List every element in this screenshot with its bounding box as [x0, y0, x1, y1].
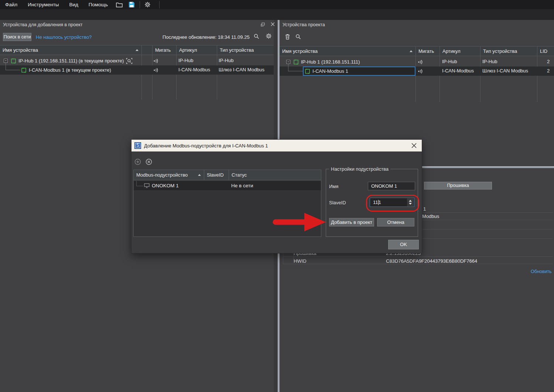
right-col-article[interactable]: Артикул: [440, 46, 480, 56]
property-label: HWID: [294, 258, 307, 264]
sort-asc-icon: [410, 50, 413, 52]
left-col-spacer: [142, 45, 152, 55]
dialog-close-icon[interactable]: [411, 143, 417, 148]
type-cell: IP-Hub: [219, 58, 233, 63]
dlg-col-status[interactable]: Статус: [229, 170, 321, 180]
open-folder-icon[interactable]: [113, 0, 126, 9]
dlg-col-device[interactable]: Modbus-подустройство: [133, 170, 204, 180]
firmware-button[interactable]: Прошивка: [424, 182, 492, 190]
menu-file[interactable]: Файл: [0, 0, 23, 9]
annotation-arrow: [273, 210, 328, 234]
dlg-col-device-label: Modbus-подустройство: [136, 172, 188, 178]
ok-label: OK: [400, 242, 407, 247]
right-col-name[interactable]: Имя устройства: [280, 46, 416, 56]
type-cell: IP-Hub: [482, 59, 497, 64]
dialog-title: Добавление Modbus-подустройств для I-CAN…: [144, 143, 268, 149]
collapse-icon[interactable]: [4, 59, 8, 63]
article-cell: IP-Hub: [442, 59, 457, 64]
tree-line-h: [6, 70, 20, 70]
sort-asc-icon: [198, 174, 201, 176]
cancel-label: Отмена: [387, 219, 404, 225]
tree-line-v: [136, 181, 137, 186]
close-panel-icon[interactable]: [271, 22, 275, 26]
left-col-article[interactable]: Артикул: [177, 45, 217, 55]
right-col-name-label: Имя устройства: [282, 48, 318, 54]
selected-name-cell[interactable]: I-CAN-Modbus 1: [303, 67, 416, 76]
settings-group-title: Настройки подустройства: [329, 166, 390, 172]
left-col-type[interactable]: Тип устройства: [217, 45, 274, 55]
table-row[interactable]: IP-Hub 1 (192.168.151.111): [280, 57, 554, 67]
remove-subdevice-icon[interactable]: [146, 158, 152, 165]
blink-signal-icon[interactable]: [153, 58, 160, 64]
right-col-type-label: Тип устройства: [483, 48, 517, 54]
last-update-text: Последнее обновление: 18:34 11.09.25: [163, 34, 250, 40]
name-field[interactable]: ONOKOM 1: [368, 182, 415, 190]
tree-line-h: [136, 186, 143, 186]
save-icon[interactable]: [126, 0, 138, 9]
device-name: IP-Hub 1 (192.168.151.111) (в текущем пр…: [18, 58, 124, 64]
dlg-col-slaveid-label: SlaveID: [207, 172, 224, 178]
device-icon: [294, 59, 298, 65]
tree-line-v: [288, 64, 288, 71]
add-subdevice-icon[interactable]: [134, 158, 141, 165]
right-col-lid-label: LID: [540, 48, 547, 54]
device-icon: [11, 58, 16, 64]
device-name: IP-Hub 1 (192.168.151.111): [301, 59, 360, 65]
type-cell: Шлюз I-CAN Modbus: [219, 67, 264, 72]
refresh-link[interactable]: Обновить: [531, 269, 552, 274]
subdevice-status: Не в сети: [231, 183, 253, 188]
gear-icon[interactable]: [266, 33, 272, 39]
settings-gear-icon[interactable]: [141, 0, 154, 9]
left-col-blink[interactable]: Мигать: [153, 45, 176, 55]
right-col-lid[interactable]: LID: [537, 46, 554, 56]
property-value-fragment: 1: [423, 206, 426, 212]
property-value: C83D76A5DFA9F20443793E6B80DF7664: [386, 258, 477, 264]
tree-line-v: [6, 63, 6, 70]
type-cell: Шлюз I-CAN Modbus: [482, 68, 528, 74]
left-col-name-label: Имя устройства: [3, 47, 38, 53]
menu-separator: [140, 1, 140, 8]
lid-cell: 2: [547, 68, 550, 74]
name-field-value: ONOKOM 1: [371, 183, 397, 189]
app-logo-icon: [134, 142, 141, 149]
lid-cell: 2: [547, 59, 550, 64]
slaveid-label: SlaveID: [329, 200, 346, 205]
device-name: I-CAN-Modbus 1: [312, 68, 348, 74]
right-col-article-label: Артикул: [442, 48, 460, 54]
delete-device-icon[interactable]: [285, 34, 290, 40]
add-to-project-label: Добавить в проект: [331, 219, 372, 225]
menu-view[interactable]: Вид: [64, 0, 83, 9]
article-cell: IP-Hub: [178, 58, 193, 63]
left-col-blink-label: Мигать: [155, 47, 171, 53]
ok-button[interactable]: OK: [388, 240, 419, 249]
device-not-found-link[interactable]: Не нашлось устройство?: [36, 34, 92, 40]
search-network-button[interactable]: Поиск в сети: [3, 33, 31, 41]
add-to-project-button[interactable]: Добавить в проект: [329, 218, 374, 226]
left-col-article-label: Артикул: [179, 47, 197, 53]
right-col-blink[interactable]: Мигать: [416, 46, 440, 56]
name-label: Имя: [329, 184, 338, 189]
search-icon[interactable]: [295, 34, 301, 40]
device-icon: [305, 69, 310, 74]
blink-signal-icon[interactable]: [153, 68, 160, 73]
search-icon[interactable]: [254, 34, 259, 39]
float-panel-icon[interactable]: [261, 23, 265, 27]
blink-signal-icon[interactable]: [418, 59, 424, 65]
device-name: I-CAN-Modbus 1 (в текущем проекте): [29, 67, 111, 73]
blink-signal-icon[interactable]: [418, 69, 424, 74]
collapse-icon[interactable]: [286, 60, 290, 64]
device-icon: [21, 68, 26, 73]
view-tab-strip: [0, 9, 554, 20]
left-panel-title: Устройства для добавления в проект: [3, 22, 83, 27]
right-col-type[interactable]: Тип устройства: [481, 46, 537, 56]
property-value-fragment: Modbus: [422, 214, 439, 219]
right-panel-title: Устройства проекта: [283, 22, 325, 27]
identify-search-icon[interactable]: [126, 58, 133, 64]
menu-help[interactable]: Помощь: [83, 0, 113, 9]
left-col-name[interactable]: Имя устройства: [0, 45, 141, 55]
menu-tools[interactable]: Инструменты: [23, 0, 64, 9]
cancel-button[interactable]: Отмена: [377, 218, 414, 226]
dialog-titlebar[interactable]: Добавление Modbus-подустройств для I-CAN…: [131, 140, 422, 151]
dlg-col-slaveid[interactable]: SlaveID: [204, 170, 229, 180]
right-col-blink-label: Мигать: [418, 48, 434, 54]
